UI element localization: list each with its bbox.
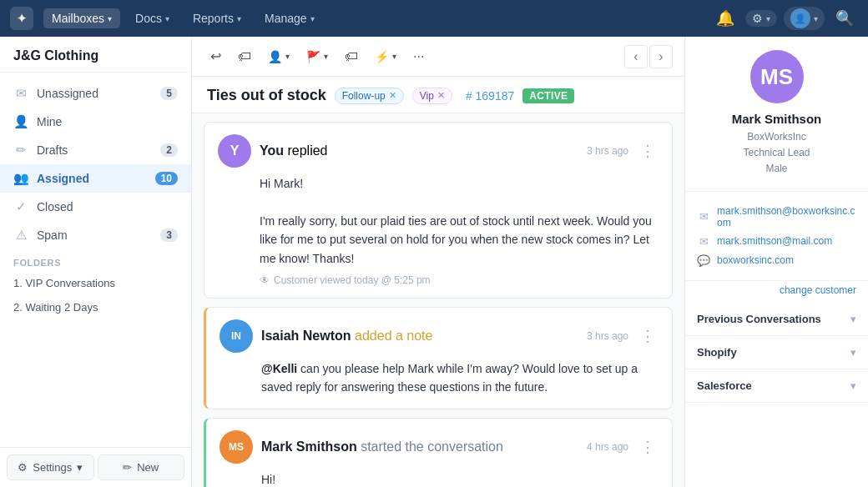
conversation-toolbar: ↩ 🏷 👤 ▾ 🚩 ▾ 🏷 ⚡ ▾ ··· [192,37,684,77]
user-menu-button[interactable]: 👤 ▾ [784,7,825,30]
folder-vip-conversations[interactable]: 1. VIP Conversations [0,271,191,295]
folder-vip-label: 1. VIP Conversations [13,277,115,289]
settings-button[interactable]: ⚙ Settings ▾ [7,454,94,480]
status-chevron: ▾ [324,52,328,61]
message-footer: 👁 Customer viewed today @ 5:25 pm [218,274,659,286]
tag-icon: 🏷 [238,49,251,64]
viewed-indicator: 👁 Customer viewed today @ 5:25 pm [260,274,431,286]
search-button[interactable]: 🔍 [831,5,858,32]
nav-manage-chevron: ▾ [310,14,315,23]
contact-meta: BoxWorksInc Technical Lead Male [699,129,855,178]
previous-conversations-title: Previous Conversations [697,313,850,325]
sidebar-item-assigned[interactable]: 👥 Assigned 10 [0,164,191,193]
lightning-button[interactable]: ⚡ ▾ [368,45,403,68]
contact-email-2-row: ✉ mark.smithson@mail.com [697,232,856,251]
unassigned-badge: 5 [160,87,178,100]
folder-waiting-2-days[interactable]: 2. Waiting 2 Days [0,295,191,319]
eye-icon: 👁 [260,274,270,286]
message-sender: You replied [260,143,328,158]
nav-reports[interactable]: Reports ▾ [184,8,250,28]
person-icon: 👤 [13,114,28,129]
prev-conversation-button[interactable]: ‹ [624,45,648,68]
shopify-header[interactable]: Shopify ▾ [685,336,868,369]
status-button[interactable]: 🚩 ▾ [300,45,335,68]
conversation-header: Ties out of stock Follow-up ✕ Vip ✕ # 16… [192,77,684,113]
message-menu-button[interactable]: ⋮ [637,325,659,347]
nav-docs-label: Docs [135,12,162,25]
change-customer-link[interactable]: change customer [685,281,868,303]
main-content: ↩ 🏷 👤 ▾ 🚩 ▾ 🏷 ⚡ ▾ ··· [192,37,684,487]
main-layout: J&G Clothing ✉ Unassigned 5 👤 Mine ✏ Dra… [0,37,868,487]
contact-website[interactable]: boxworksinc.com [717,254,794,266]
previous-conversations-header[interactable]: Previous Conversations ▾ [685,303,868,335]
settings-menu-button[interactable]: ⚙ ▾ [745,10,777,27]
salesforce-header[interactable]: Salesforce ▾ [685,369,868,402]
app-logo[interactable]: ✦ [10,7,33,30]
tag-vip[interactable]: Vip ✕ [412,88,452,104]
assigned-badge: 10 [155,172,178,185]
tag-vip-label: Vip [420,90,434,102]
message-header: Y You replied 3 hrs ago ⋮ [218,134,659,168]
more-icon: ··· [413,49,424,64]
tag-vip-remove[interactable]: ✕ [437,90,445,101]
contact-email-2[interactable]: mark.smithson@mail.com [717,235,832,247]
sidebar-item-mine[interactable]: 👤 Mine [0,108,191,136]
folder-waiting-label: 2. Waiting 2 Days [13,301,98,314]
contact-email-1[interactable]: mark.smithson@boxworksinc.com [717,205,856,228]
compose-button[interactable]: ✏ New [98,454,185,480]
compose-icon: ✏ [123,461,132,474]
shopify-section: Shopify ▾ [685,336,868,369]
sidebar-item-closed-label: Closed [37,200,73,213]
right-panel: MS Mark Smithson BoxWorksInc Technical L… [684,37,868,487]
tag-follow-up-remove[interactable]: ✕ [389,90,396,101]
message-body: Hi Mark! I'm really sorry, but our plaid… [218,174,659,268]
salesforce-chevron: ▾ [850,379,856,392]
back-button[interactable]: ↩ [204,43,228,69]
nav-docs[interactable]: Docs ▾ [127,8,178,28]
contact-gender: Male [765,163,787,174]
nav-mailboxes[interactable]: Mailboxes ▾ [43,8,120,28]
next-conversation-button[interactable]: › [649,45,673,68]
drafts-icon: ✏ [13,143,28,158]
message-menu-button[interactable]: ⋮ [637,140,659,162]
compose-label: New [137,461,159,474]
contact-role: Technical Lead [743,147,810,158]
message-sender: Isaiah Newton added a note [261,329,432,344]
chat-icon: 💬 [697,254,710,267]
closed-icon: ✓ [13,199,28,214]
notifications-button[interactable]: 🔔 [712,5,739,32]
message-time: 4 hrs ago [587,441,628,453]
avatar: Y [218,134,251,168]
tag-follow-up[interactable]: Follow-up ✕ [335,88,404,104]
drafts-badge: 2 [160,143,178,157]
previous-conversations-section: Previous Conversations ▾ [685,303,868,336]
mail-icon-2: ✉ [697,235,710,248]
message-card: MS Mark Smithson started the conversatio… [204,418,673,487]
sidebar-item-closed[interactable]: ✓ Closed [0,193,191,221]
message-body: Hi! [220,470,659,487]
salesforce-section: Salesforce ▾ [685,369,868,403]
nav-reports-chevron: ▾ [237,14,241,23]
message-menu-button[interactable]: ⋮ [637,436,659,458]
assign-tag-button[interactable]: 🏷 [231,44,258,69]
sidebar-bottom: ⚙ Settings ▾ ✏ New [0,447,191,487]
sidebar-item-unassigned[interactable]: ✉ Unassigned 5 [0,79,191,108]
gear-icon: ⚙ [18,461,28,474]
assign-agent-button[interactable]: 👤 ▾ [261,45,296,68]
settings-label: Settings [33,461,72,474]
sidebar-item-spam[interactable]: ⚠ Spam 3 [0,221,191,249]
sidebar-item-drafts[interactable]: ✏ Drafts 2 [0,136,191,164]
message-card: IN Isaiah Newton added a note 3 hrs ago … [204,307,673,409]
label-button[interactable]: 🏷 [338,44,365,69]
avatar: MS [220,430,253,464]
flag-icon: 🚩 [306,50,320,63]
sidebar-item-assigned-label: Assigned [37,172,89,185]
conversation-nav: ‹ › [624,45,673,68]
more-button[interactable]: ··· [406,44,431,69]
sidebar: J&G Clothing ✉ Unassigned 5 👤 Mine ✏ Dra… [0,37,192,487]
top-nav: ✦ Mailboxes ▾ Docs ▾ Reports ▾ Manage ▾ … [0,0,868,37]
contact-website-row: 💬 boxworksinc.com [697,251,856,270]
contact-info: ✉ mark.smithson@boxworksinc.com ✉ mark.s… [685,192,868,281]
nav-manage[interactable]: Manage ▾ [256,8,323,28]
lightning-icon: ⚡ [375,50,389,63]
